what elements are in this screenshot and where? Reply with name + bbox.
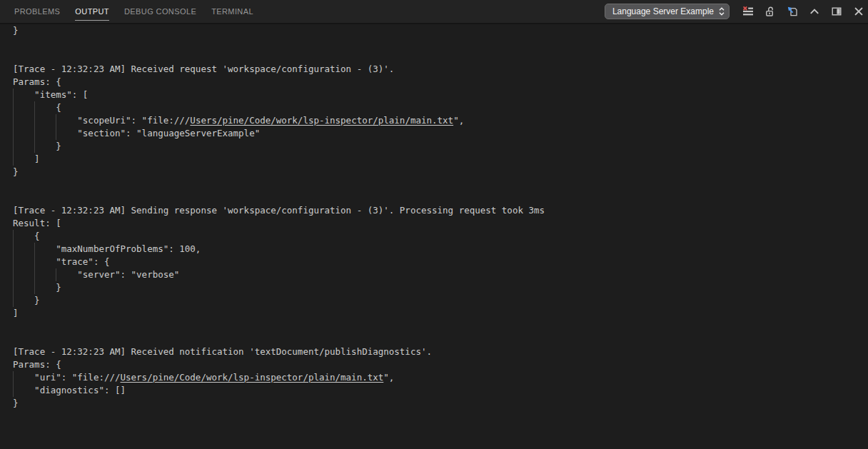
log-text: "trace": { [13, 256, 109, 267]
open-log-file-icon[interactable] [786, 5, 799, 18]
clear-output-icon[interactable] [742, 5, 755, 18]
panel-tab-label: DEBUG CONSOLE [124, 7, 196, 16]
panel-tabs: PROBLEMS OUTPUT DEBUG CONSOLE TERMINAL [14, 0, 253, 23]
indent-guide [13, 101, 14, 114]
indent-guide [34, 127, 35, 140]
indent-guide [13, 294, 14, 307]
indent-guide [34, 114, 35, 127]
indent-guide [13, 230, 14, 243]
log-line: "diagnostics": [] [0, 384, 868, 397]
log-text: } [13, 398, 19, 408]
output-channel-select[interactable]: Language Server Example [605, 4, 730, 19]
log-line: [Trace - 12:32:23 AM] Received request '… [0, 63, 868, 76]
indent-guide [34, 281, 35, 294]
log-line: ] [0, 153, 868, 166]
log-line: "maxNumberOfProblems": 100, [0, 243, 868, 256]
panel-tab-problems[interactable]: PROBLEMS [14, 0, 60, 23]
log-text: Params: { [13, 76, 61, 87]
maximize-panel-icon[interactable] [808, 5, 821, 18]
log-line: } [0, 397, 868, 410]
panel-tab-label: PROBLEMS [14, 7, 60, 16]
indent-guide [13, 281, 14, 294]
log-text: "maxNumberOfProblems": 100, [13, 243, 201, 254]
indent-guide [34, 140, 35, 153]
log-line: "scopeUri": "file:///Users/pine/Code/wor… [0, 114, 868, 127]
log-line: } [0, 140, 868, 153]
indent-guide [56, 114, 56, 127]
log-line [0, 320, 868, 333]
log-text: ", [383, 372, 394, 383]
panel-position-icon[interactable] [830, 5, 843, 18]
log-line: "uri": "file:///Users/pine/Code/work/lsp… [0, 371, 868, 384]
log-line: "trace": { [0, 256, 868, 268]
log-line [0, 50, 868, 63]
panel-tab-terminal[interactable]: TERMINAL [211, 0, 253, 23]
log-line: [Trace - 12:32:23 AM] Sending response '… [0, 204, 868, 217]
log-line: [Trace - 12:32:23 AM] Received notificat… [0, 345, 868, 358]
log-text: [Trace - 12:32:23 AM] Sending response '… [13, 205, 545, 216]
log-line: } [0, 294, 868, 307]
output-channel-select-value: Language Server Example [612, 6, 714, 16]
panel-tab-output[interactable]: OUTPUT [75, 0, 109, 23]
log-line: Params: { [0, 358, 868, 371]
indent-guide [13, 243, 14, 256]
indent-guide [13, 256, 14, 268]
panel-toolbar: Language Server Example [605, 4, 865, 19]
log-text: { [13, 231, 40, 241]
file-link[interactable]: Users/pine/Code/work/lsp-inspector/plain… [121, 372, 384, 383]
log-line: Result: [ [0, 217, 868, 230]
log-line [0, 37, 868, 50]
log-text: "items": [ [13, 89, 88, 100]
indent-guide [34, 243, 35, 256]
log-line: } [0, 281, 868, 294]
log-line: "section": "languageServerExample" [0, 127, 868, 140]
panel-tab-debug-console[interactable]: DEBUG CONSOLE [124, 0, 196, 23]
log-text: } [13, 25, 19, 36]
log-text: Result: [ [13, 218, 61, 228]
log-text: ", [453, 115, 464, 126]
log-text: ] [13, 153, 40, 164]
log-text: "server": "verbose" [13, 269, 179, 280]
log-line [0, 333, 868, 345]
log-text: } [13, 141, 61, 151]
panel-tab-label: OUTPUT [75, 7, 109, 16]
output-log[interactable]: }[Trace - 12:32:23 AM] Received request … [0, 24, 868, 410]
log-line: { [0, 230, 868, 243]
log-line [0, 178, 868, 191]
log-text: "scopeUri": "file:/// [13, 115, 190, 126]
indent-guide [13, 153, 14, 166]
file-link[interactable]: Users/pine/Code/work/lsp-inspector/plain… [190, 115, 453, 126]
log-line: } [0, 166, 868, 178]
indent-guide [13, 140, 14, 153]
close-panel-icon[interactable] [852, 5, 865, 18]
log-text: ] [13, 308, 19, 318]
indent-guide [56, 127, 56, 140]
log-line: "server": "verbose" [0, 268, 868, 281]
indent-guide [34, 268, 35, 281]
log-line: ] [0, 307, 868, 320]
select-arrows-icon [719, 7, 725, 16]
log-text: "diagnostics": [] [13, 385, 126, 395]
log-text: Params: { [13, 359, 61, 370]
log-text: } [13, 282, 61, 293]
indent-guide [13, 89, 14, 101]
log-text: [Trace - 12:32:23 AM] Received notificat… [13, 346, 432, 357]
panel-tab-label: TERMINAL [211, 7, 253, 16]
log-line: } [0, 24, 868, 37]
log-text: "uri": "file:/// [13, 372, 121, 383]
panel-header: PROBLEMS OUTPUT DEBUG CONSOLE TERMINAL L… [0, 0, 868, 24]
log-line: Params: { [0, 76, 868, 89]
indent-guide [13, 127, 14, 140]
log-line [0, 191, 868, 204]
log-line: "items": [ [0, 89, 868, 101]
log-text: } [13, 166, 19, 177]
indent-guide [13, 268, 14, 281]
indent-guide [56, 268, 56, 281]
log-text: "section": "languageServerExample" [13, 128, 260, 138]
indent-guide [13, 114, 14, 127]
log-text: { [13, 102, 61, 113]
indent-guide [13, 384, 14, 397]
log-text: [Trace - 12:32:23 AM] Received request '… [13, 64, 394, 74]
log-line: { [0, 101, 868, 114]
unlock-scroll-icon[interactable] [764, 5, 777, 18]
